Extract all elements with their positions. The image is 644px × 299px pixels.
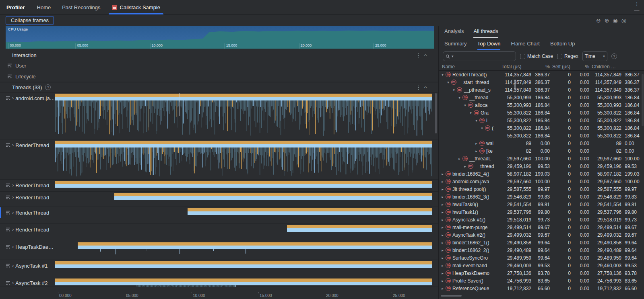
tree-chevron-icon[interactable]: ▸ — [440, 218, 445, 222]
table-row[interactable]: 55,300,822186.8400.0055,300,822186.84 — [439, 132, 644, 139]
table-row[interactable]: ▸mHeapTaskDaemo27,758,13693.7800.0027,75… — [439, 269, 644, 277]
thread-track[interactable] — [55, 207, 438, 223]
interaction-row-lifecycle[interactable]: Lifecycle — [0, 71, 438, 82]
tree-chevron-icon[interactable]: ▸ — [440, 210, 445, 214]
thread-row[interactable]: ›AsyncTask #1 — [0, 260, 438, 277]
table-row[interactable]: ▸mbinder:16862_1()29,490,85899.6400.0029… — [439, 239, 644, 246]
search-history-icon[interactable]: ▾ — [452, 54, 454, 58]
column-children[interactable]: Children … — [589, 64, 640, 70]
search-input[interactable] — [455, 53, 513, 59]
thread-row[interactable]: ›RenderThread — [0, 180, 438, 192]
tree-chevron-icon[interactable]: ▸ — [474, 149, 479, 153]
table-row[interactable]: ▸mJit thread pool()29,587,55599.9700.002… — [439, 185, 644, 193]
tree-chevron-icon[interactable]: ▾ — [446, 80, 450, 84]
table-row[interactable]: ▸mbinder:16862_3()29,546,82999.8300.0029… — [439, 193, 644, 201]
table-row[interactable]: ▸mSurfaceSyncGro29,489,95999.6400.0029,4… — [439, 254, 644, 262]
table-row[interactable]: ▾mRenderThread()114,357,849386.3700.0011… — [439, 71, 644, 78]
table-row[interactable]: ▸mProfile Saver()24,756,99383.6500.0024,… — [439, 277, 644, 285]
minimize-icon[interactable]: — — [634, 7, 640, 13]
column-name[interactable]: Name — [439, 64, 499, 70]
thread-track[interactable] — [55, 224, 438, 241]
table-row[interactable]: ▸mAsyncTask #2()29,499,03299.6700.0029,4… — [439, 231, 644, 239]
kebab-menu-icon[interactable]: ⋮ — [416, 52, 421, 58]
expand-chevron-icon[interactable]: › — [12, 263, 14, 268]
table-row[interactable]: ▾m__thread55,300,993186.8400.0055,300,99… — [439, 94, 644, 101]
thread-row[interactable]: ›RenderThread — [0, 192, 438, 207]
tab-flame-chart[interactable]: Flame Chart — [511, 38, 540, 50]
expand-chevron-icon[interactable]: › — [12, 244, 14, 249]
table-row[interactable]: ▸m__thread29,459,19699.5300.0029,459,196… — [439, 162, 644, 170]
column-total[interactable]: Total (µs) — [499, 64, 531, 70]
zoom-to-selection-icon[interactable]: ◎ — [621, 17, 626, 24]
filter-type-dropdown[interactable]: Time ▾ — [582, 51, 607, 61]
table-row[interactable]: ▸mReferenceQueue19,712,83266.6000.0019,7… — [439, 285, 644, 292]
tab-home[interactable]: Home — [31, 0, 57, 14]
thread-track[interactable] — [55, 260, 438, 277]
tree-chevron-icon[interactable]: ▾ — [440, 73, 445, 77]
regex-checkbox[interactable]: Regex — [557, 53, 578, 59]
reset-zoom-icon[interactable]: ◉ — [613, 17, 618, 24]
tab-past-recordings[interactable]: Past Recordings — [56, 0, 106, 14]
vertical-scrollbar-thumb[interactable] — [435, 93, 437, 133]
table-row[interactable]: ▾m(55,300,822186.8400.0055,300,822186.84 — [439, 124, 644, 132]
zoom-in-icon[interactable]: ⊕ — [605, 17, 609, 24]
table-row[interactable]: ▸mwai890.0000.00890.00 — [439, 139, 644, 147]
tree-chevron-icon[interactable]: ▾ — [469, 111, 473, 115]
expand-chevron-icon[interactable]: › — [12, 227, 14, 232]
tree-chevron-icon[interactable]: ▸ — [440, 233, 445, 237]
tree-chevron-icon[interactable]: ▸ — [440, 287, 445, 291]
thread-row[interactable]: ›HeapTaskDae… — [0, 241, 438, 260]
tab-callstack-sample[interactable]: Callstack Sample — [106, 0, 166, 14]
tree-chevron-icon[interactable]: ▸ — [474, 141, 479, 145]
tree-chevron-icon[interactable]: ▸ — [440, 172, 445, 176]
tree-chevron-icon[interactable]: ▸ — [440, 203, 445, 207]
thread-track[interactable] — [55, 92, 438, 139]
tree-chevron-icon[interactable]: ▸ — [440, 271, 445, 275]
tab-all-threads[interactable]: All threads — [473, 28, 498, 38]
help-icon[interactable]: ? — [611, 53, 617, 59]
search-box[interactable]: ▾ — [443, 51, 516, 61]
expand-chevron-icon[interactable]: › — [12, 182, 14, 188]
tree-chevron-icon[interactable]: ▸ — [440, 225, 445, 229]
kebab-menu-icon[interactable]: ⋮ — [416, 84, 421, 90]
tree-chevron-icon[interactable]: ▸ — [440, 180, 445, 184]
tree-chevron-icon[interactable]: ▾ — [463, 103, 467, 107]
expand-chevron-icon[interactable]: › — [12, 280, 14, 285]
expand-chevron-icon[interactable]: › — [12, 95, 14, 100]
tree-chevron-icon[interactable]: ▾ — [452, 88, 456, 92]
table-row[interactable]: ▸mmali-mem-purge29,499,51499.6700.0029,4… — [439, 223, 644, 231]
zoom-out-icon[interactable]: ⊖ — [596, 17, 601, 24]
thread-row[interactable]: ›AsyncTask #2 — [0, 277, 438, 287]
tree-chevron-icon[interactable]: ▸ — [440, 248, 445, 252]
table-header[interactable]: Name Total (µs) % Self (µs) % Children … — [439, 63, 644, 71]
table-row[interactable]: ▾mGra55,300,822186.8400.0055,300,822186.… — [439, 109, 644, 117]
tab-analysis[interactable]: Analysis — [444, 28, 464, 38]
tree-chevron-icon[interactable]: ▸ — [440, 187, 445, 191]
tree-chevron-icon[interactable]: ▸ — [440, 256, 445, 260]
expand-chevron-icon[interactable]: › — [12, 210, 14, 215]
tree-chevron-icon[interactable]: ▾ — [457, 96, 462, 100]
tree-chevron-icon[interactable]: ▸ — [440, 195, 445, 199]
tree-chevron-icon[interactable]: ▾ — [480, 126, 484, 130]
thread-row[interactable]: ›RenderThread — [0, 224, 438, 241]
interaction-row-user[interactable]: User — [0, 60, 438, 71]
table-row[interactable]: ▸mhwuiTask0()29,541,55499.8100.0029,541,… — [439, 201, 644, 208]
tree-chevron-icon[interactable]: ▾ — [474, 119, 479, 123]
tree-chevron-icon[interactable]: ▸ — [457, 157, 462, 161]
table-vertical-scrollbar[interactable] — [642, 74, 644, 126]
collapse-section-icon[interactable]: › — [424, 84, 426, 90]
table-row[interactable]: ▾m__start_thread114,357,849386.3700.0011… — [439, 78, 644, 86]
collapse-section-icon[interactable]: › — [424, 52, 426, 58]
threads-header[interactable]: Threads (33) ? ⋮ › — [0, 82, 438, 92]
expand-chevron-icon[interactable]: › — [12, 142, 14, 147]
thread-track[interactable] — [55, 192, 438, 207]
table-row[interactable]: ▸mbinder:16862_2()29,490,48999.6400.0029… — [439, 246, 644, 254]
table-row[interactable]: ▸mhwuiTask1()29,537,79699.8000.0029,537,… — [439, 208, 644, 216]
match-case-checkbox[interactable]: Match Case — [520, 53, 553, 59]
thread-row[interactable]: ›RenderThread — [0, 139, 438, 180]
column-self[interactable]: Self (µs) — [550, 64, 571, 70]
expand-chevron-icon[interactable]: › — [12, 195, 14, 200]
table-row[interactable]: ▸m__threadL29,597,660100.0000.0029,597,6… — [439, 155, 644, 162]
tree-chevron-icon[interactable]: ▸ — [440, 279, 445, 283]
help-icon[interactable]: ? — [45, 84, 51, 90]
